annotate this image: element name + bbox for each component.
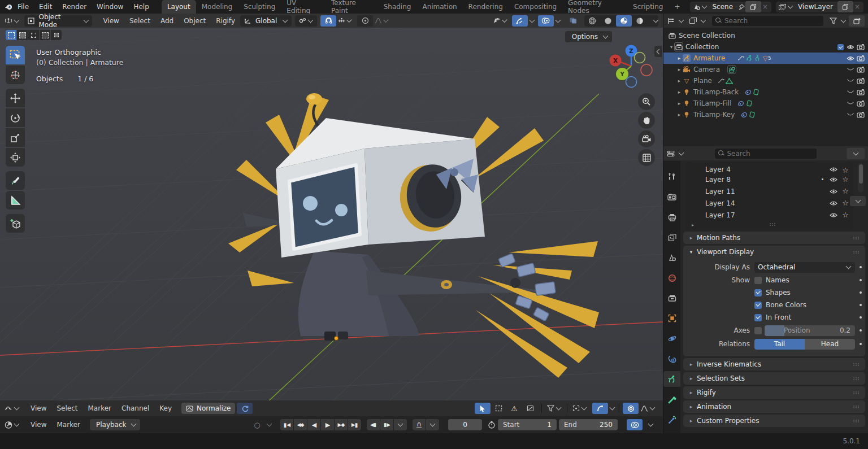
panel-inverse-kinematics[interactable]: ▸Inverse Kinematics bbox=[683, 358, 865, 370]
tool-measure[interactable] bbox=[6, 191, 25, 210]
workspace-tab-animation[interactable]: Animation bbox=[416, 0, 462, 14]
gizmos-toggle[interactable] bbox=[512, 15, 528, 27]
tab-bone-constraint-icon[interactable] bbox=[663, 412, 680, 428]
panel-animation[interactable]: ▸Animation bbox=[683, 400, 865, 413]
auto-keying-toggle[interactable]: ○ bbox=[249, 419, 265, 430]
list-expand-icon[interactable]: ▸ bbox=[689, 223, 696, 228]
layers-scrollbar[interactable] bbox=[858, 163, 863, 193]
next-keyframe-button[interactable]: ▶◆ bbox=[335, 419, 348, 430]
menu-window[interactable]: Window bbox=[92, 0, 128, 14]
viewlayer-name[interactable]: ViewLayer bbox=[793, 3, 837, 11]
toggle-grid-button[interactable] bbox=[638, 149, 655, 166]
animate-dot[interactable] bbox=[860, 304, 862, 306]
armature-eye-icon[interactable] bbox=[847, 54, 854, 62]
menu-help[interactable]: Help bbox=[128, 0, 154, 14]
snap-toggle[interactable] bbox=[320, 15, 336, 27]
show-errors-warning-icon[interactable]: ⚠ bbox=[506, 403, 522, 414]
shading-dropdown[interactable] bbox=[648, 15, 658, 27]
list-resize-grip[interactable] bbox=[770, 223, 777, 226]
camera-eye-closed-icon[interactable] bbox=[847, 66, 854, 73]
trilamp-back-eye-closed-icon[interactable] bbox=[847, 88, 854, 96]
jump-to-end-button[interactable]: ▶▮ bbox=[348, 419, 361, 430]
trilamp-key-eye-closed-icon[interactable] bbox=[847, 111, 854, 119]
workspace-tab-modeling[interactable]: Modeling bbox=[196, 0, 238, 14]
axes-position-slider[interactable]: Position 0.2 bbox=[765, 325, 855, 336]
outliner-search[interactable] bbox=[712, 16, 823, 26]
layer-star-icon[interactable]: ☆ bbox=[842, 177, 849, 182]
frame-jump-dropdown[interactable] bbox=[394, 419, 407, 430]
panel-rigify[interactable]: ▸Rigify bbox=[683, 386, 865, 399]
workspace-add-button[interactable]: + bbox=[669, 0, 685, 14]
pin-icon[interactable] bbox=[737, 3, 745, 11]
select-mode-new[interactable] bbox=[6, 30, 16, 40]
editor-type-timeline-icon[interactable] bbox=[5, 421, 12, 429]
editor-type-properties-icon[interactable] bbox=[667, 150, 675, 158]
pan-hand-button[interactable] bbox=[638, 112, 655, 129]
xray-toggle[interactable] bbox=[565, 15, 581, 27]
remove-viewlayer-icon[interactable]: × bbox=[853, 3, 861, 11]
panel-viewport-display[interactable]: ▾Viewport Display Display As Octahedral … bbox=[683, 246, 865, 356]
layer-eye-icon[interactable] bbox=[830, 188, 837, 195]
timeline-menu-marker[interactable]: Marker bbox=[51, 418, 85, 431]
axes-checkbox[interactable] bbox=[754, 327, 762, 334]
playback-dropdown[interactable]: Playback bbox=[90, 419, 140, 430]
outliner-row-collection[interactable]: ▾ Collection bbox=[663, 41, 868, 53]
panel-selection-sets[interactable]: ▸Selection Sets bbox=[683, 372, 865, 385]
relations-head-button[interactable]: Head bbox=[805, 339, 855, 350]
current-frame-field[interactable]: 0 bbox=[448, 419, 482, 430]
editor-type-graph-icon[interactable] bbox=[5, 404, 12, 412]
select-mode-subtract[interactable] bbox=[28, 30, 39, 40]
timeline-menu-view[interactable]: View bbox=[25, 418, 51, 431]
menu-file[interactable]: File bbox=[12, 0, 34, 14]
trilamp-fill-eye-closed-icon[interactable] bbox=[847, 99, 854, 107]
outliner-row-camera[interactable]: ▸ Camera bbox=[663, 64, 868, 75]
outliner-row-armature[interactable]: ▸ Armature ▽ 5 bbox=[663, 53, 868, 64]
vp-menu-view[interactable]: View bbox=[98, 14, 124, 28]
tool-cursor[interactable] bbox=[6, 66, 25, 84]
layer-row[interactable]: Layer 8 • ☆ bbox=[689, 173, 850, 185]
trilamp-key-render-icon[interactable] bbox=[857, 111, 865, 119]
layer-row[interactable]: Layer 11 ☆ bbox=[689, 185, 850, 197]
prev-keyframe-button[interactable]: ◀◆ bbox=[294, 419, 307, 430]
new-viewlayer-icon[interactable] bbox=[837, 1, 853, 12]
panel-motion-paths[interactable]: ▸Motion Paths bbox=[683, 232, 865, 244]
layer-star-icon[interactable]: ☆ bbox=[842, 200, 849, 206]
graph-proportional-toggle[interactable] bbox=[592, 403, 608, 414]
names-checkbox[interactable] bbox=[754, 277, 762, 284]
prev-frame-button[interactable]: ◀▮ bbox=[367, 419, 380, 430]
animate-dot[interactable] bbox=[860, 291, 862, 294]
workspace-tab-rendering[interactable]: Rendering bbox=[463, 0, 509, 14]
tab-physics-icon[interactable] bbox=[663, 331, 680, 347]
graph-menu-select[interactable]: Select bbox=[51, 402, 83, 415]
normalize-view-button[interactable] bbox=[522, 403, 538, 414]
trilamp-fill-render-icon[interactable] bbox=[857, 99, 865, 107]
normalize-toggle[interactable]: Normalize bbox=[181, 403, 235, 414]
graph-filter-dropdown[interactable] bbox=[545, 403, 563, 414]
camera-render-icon[interactable] bbox=[857, 66, 865, 73]
unlink-scene-icon[interactable]: × bbox=[761, 3, 769, 11]
filter-icon[interactable] bbox=[829, 17, 837, 25]
frame-start-field[interactable]: Start1 bbox=[498, 419, 557, 430]
proportional-edit-toggle[interactable] bbox=[357, 15, 373, 27]
workspace-tab-texture-paint[interactable]: Texture Paint bbox=[326, 0, 378, 14]
frame-end-field[interactable]: End250 bbox=[559, 419, 618, 430]
layer-row[interactable]: Layer 17 ☆ bbox=[689, 209, 850, 221]
graph-tweak-tool-button[interactable] bbox=[475, 403, 491, 414]
panel-custom-properties[interactable]: ▸Custom Properties bbox=[683, 415, 865, 427]
layers-expand-button[interactable] bbox=[850, 196, 866, 206]
layer-row[interactable]: Layer 14 ☆ bbox=[689, 197, 850, 209]
editor-type-outliner-icon[interactable] bbox=[667, 17, 675, 25]
outliner-row-trilamp-back[interactable]: ▸ TriLamp-Back bbox=[663, 86, 868, 98]
vp-menu-rigify[interactable]: Rigify bbox=[211, 14, 240, 28]
auto-normalize-button[interactable] bbox=[237, 403, 253, 414]
animate-dot[interactable] bbox=[860, 329, 862, 332]
animate-dot[interactable] bbox=[860, 279, 862, 281]
viewport-canvas[interactable]: User Orthographic (0) Collection | Armat… bbox=[0, 28, 663, 400]
object-visibility-dropdown[interactable] bbox=[491, 15, 509, 27]
plane-render-icon[interactable] bbox=[857, 77, 865, 85]
layer-eye-icon[interactable] bbox=[830, 199, 837, 207]
workspace-tab-geometry-nodes[interactable]: Geometry Nodes bbox=[562, 0, 627, 14]
vp-menu-object[interactable]: Object bbox=[179, 14, 211, 28]
layer-star-icon[interactable]: ☆ bbox=[842, 168, 849, 173]
hide-viewport-eye-icon[interactable] bbox=[847, 43, 854, 51]
